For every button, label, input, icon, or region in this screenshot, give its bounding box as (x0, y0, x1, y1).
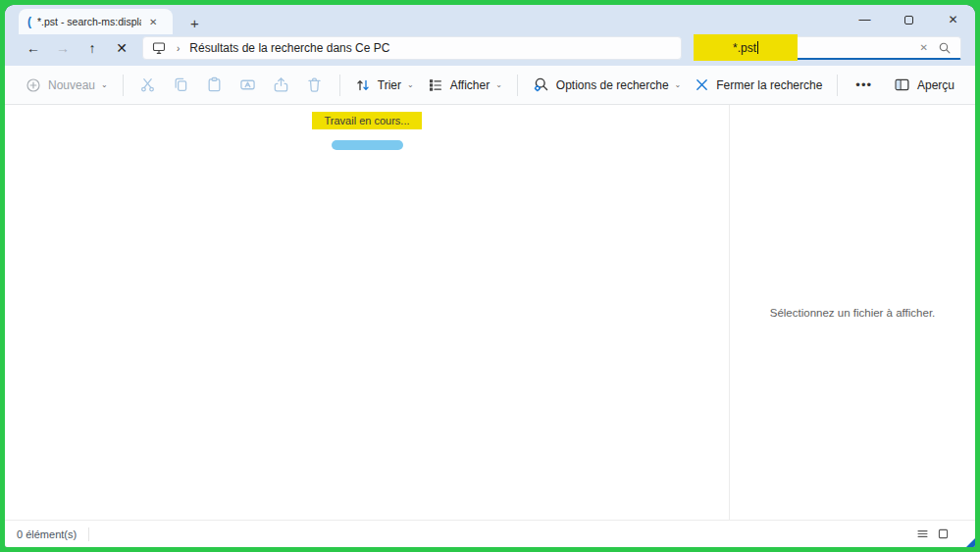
tab-close-icon[interactable]: ✕ (145, 15, 161, 29)
view-toggles (916, 527, 950, 540)
maximize-icon (904, 16, 913, 25)
forward-button[interactable]: → (48, 36, 77, 60)
sort-arrows-icon (355, 77, 371, 93)
preview-pane: Sélectionnez un fichier à afficher. (730, 105, 975, 520)
tab-search-icon: ( (27, 15, 31, 28)
view-button[interactable]: Afficher ⌄ (421, 71, 509, 100)
toolbar-separator (123, 75, 124, 96)
stop-refresh-button[interactable]: ✕ (107, 36, 136, 60)
details-view-icon[interactable] (916, 527, 929, 540)
address-bar[interactable]: › Résultats de la recherche dans Ce PC (142, 36, 682, 60)
close-button[interactable]: ✕ (931, 5, 975, 34)
window-controls: — ✕ (843, 5, 975, 34)
preview-toggle-label: Aperçu (917, 78, 954, 92)
status-bar: 0 élément(s) (5, 520, 975, 547)
new-button[interactable]: Nouveau ⌄ (19, 71, 115, 100)
titlebar: ( *.pst - search-ms:displayname= ✕ + — ✕ (5, 5, 975, 34)
file-explorer-window: ( *.pst - search-ms:displayname= ✕ + — ✕… (5, 5, 975, 547)
more-options-button[interactable]: ••• (846, 77, 882, 92)
delete-button[interactable] (298, 71, 332, 100)
text-caret (757, 41, 758, 54)
new-tab-button[interactable]: + (184, 15, 205, 31)
search-icons: ✕ (912, 41, 960, 55)
view-button-label: Afficher (450, 78, 490, 92)
search-value: *.pst (733, 41, 756, 55)
toolbar-separator (339, 75, 340, 96)
screenshot-green-border: ( *.pst - search-ms:displayname= ✕ + — ✕… (0, 0, 980, 552)
search-text-highlight: *.pst (694, 34, 798, 61)
navigation-bar: ← → ↑ ✕ › Résultats de la recherche dans… (5, 34, 975, 66)
toolbar-separator (517, 75, 518, 96)
search-options-button[interactable]: Options de recherche ⌄ (526, 71, 688, 100)
indeterminate-progress-bar (332, 140, 403, 150)
main-content: Travail en cours... Sélectionnez un fich… (5, 105, 975, 520)
plus-circle-icon (26, 77, 41, 93)
window-backdrop: ( *.pst - search-ms:displayname= ✕ + — ✕… (5, 5, 975, 547)
chevron-down-icon: ⌄ (407, 80, 414, 89)
maximize-button[interactable] (887, 5, 931, 34)
status-separator (88, 527, 89, 541)
sort-button[interactable]: Trier ⌄ (348, 71, 421, 100)
preview-pane-icon (894, 76, 910, 93)
large-icons-view-icon[interactable] (937, 527, 950, 540)
breadcrumb[interactable]: Résultats de la recherche dans Ce PC (189, 41, 389, 55)
search-options-label: Options de recherche (556, 78, 669, 92)
view-list-icon (428, 77, 443, 93)
back-button[interactable]: ← (19, 36, 48, 60)
close-search-button[interactable]: Fermer la recherche (688, 71, 829, 100)
preview-toggle-button[interactable]: Aperçu (887, 71, 961, 100)
file-list-pane[interactable]: Travail en cours... (5, 105, 729, 520)
chevron-down-icon: ⌄ (495, 80, 502, 89)
cut-button[interactable] (131, 71, 165, 100)
search-in-progress-label: Travail en cours... (312, 112, 421, 129)
new-button-label: Nouveau (48, 78, 95, 92)
up-button[interactable]: ↑ (77, 36, 107, 60)
chevron-down-icon: ⌄ (101, 80, 108, 89)
clear-search-icon[interactable]: ✕ (912, 42, 936, 53)
chevron-down-icon: ⌄ (675, 80, 682, 89)
search-options-icon (533, 76, 549, 93)
tab-title: *.pst - search-ms:displayname= (37, 16, 141, 27)
this-pc-monitor-icon (151, 40, 167, 56)
search-icon[interactable] (936, 41, 960, 55)
item-count: 0 élément(s) (17, 528, 77, 540)
search-input[interactable]: *.pst ✕ (709, 36, 961, 60)
share-button[interactable] (265, 71, 298, 100)
resize-grip[interactable] (966, 538, 975, 547)
breadcrumb-chevron-icon[interactable]: › (177, 43, 180, 54)
preview-placeholder-text: Sélectionnez un fichier à afficher. (770, 307, 936, 319)
paste-button[interactable] (198, 71, 232, 100)
copy-button[interactable] (165, 71, 198, 100)
minimize-button[interactable]: — (843, 5, 887, 34)
rename-button[interactable] (232, 71, 265, 100)
close-search-label: Fermer la recherche (716, 78, 822, 92)
close-search-x-icon (695, 77, 709, 92)
sort-button-label: Trier (378, 78, 401, 92)
explorer-tab[interactable]: ( *.pst - search-ms:displayname= ✕ (19, 9, 173, 34)
toolbar-separator (837, 75, 838, 96)
command-toolbar: Nouveau ⌄ (5, 66, 975, 105)
